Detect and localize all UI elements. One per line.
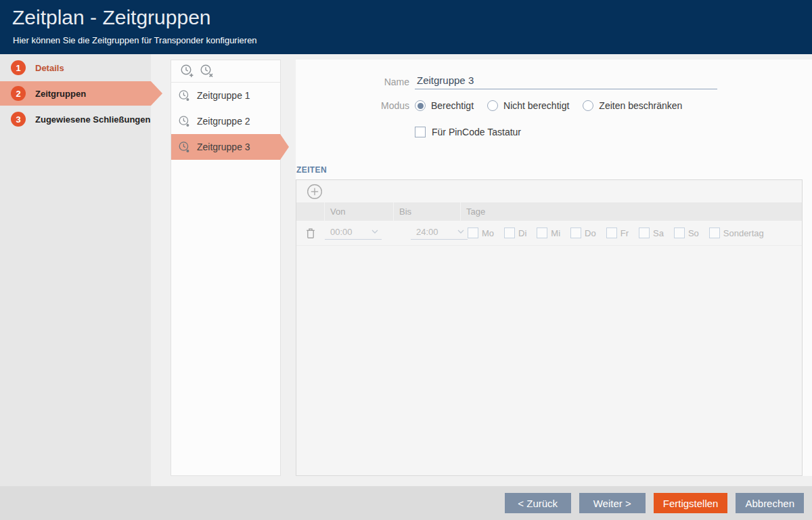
day-label: Do [585,228,596,238]
checkbox[interactable] [504,228,515,238]
von-time-dropdown[interactable]: 00:00 [325,227,382,240]
day-label: Mo [482,228,494,238]
list-item-zeitgruppe-1[interactable]: Zeitgruppe 1 [171,83,280,108]
radio-berechtigt[interactable]: Berechtigt [415,100,474,111]
time-group-icon [178,115,191,128]
radio-zeiten-beschraenken[interactable]: Zeiten beschränken [583,100,682,111]
checkbox[interactable] [570,228,581,238]
step-number-badge: 3 [11,112,26,127]
wizard-step-sidebar: 1 Details 2 Zeitgruppen 3 Zugewiesene Sc… [0,54,151,486]
back-button[interactable]: < Zurück [505,493,571,513]
column-header-tage: Tage [460,202,802,221]
day-checkbox-di[interactable]: Di [504,228,526,238]
finish-button[interactable]: Fertigstellen [654,493,728,513]
pincode-checkbox[interactable] [415,127,426,137]
von-time-value: 00:00 [330,227,353,237]
step-label: Zeitgruppen [35,89,86,99]
bis-time-dropdown[interactable]: 24:00 [411,227,468,240]
page-title: Zeitplan - Zeitgruppen [12,6,211,29]
step-number-badge: 1 [11,60,26,75]
radio-circle [415,100,426,111]
zeiten-table: Von Bis Tage 00:00 [296,179,803,476]
checkbox[interactable] [537,228,547,238]
zeiten-toolbar [296,180,802,202]
day-label: Mi [551,228,560,238]
step-label: Details [35,63,64,73]
column-header-bis: Bis [393,202,460,221]
add-time-row-icon[interactable] [307,183,323,200]
time-group-toolbar [171,60,280,83]
checkbox[interactable] [606,228,617,238]
checkbox[interactable] [468,228,478,238]
day-checkbox-sondertag[interactable]: Sondertag [709,228,764,238]
cancel-button[interactable]: Abbrechen [736,493,804,513]
time-group-icon [178,141,191,154]
page-subtitle: Hier können Sie die Zeitgruppen für Tran… [13,35,257,45]
day-label: Sondertag [723,228,764,238]
day-label: Di [518,228,526,238]
checkbox[interactable] [674,228,685,238]
radio-circle [487,100,498,111]
day-checkbox-fr[interactable]: Fr [606,228,629,238]
zeiten-section-label: ZEITEN [296,165,327,175]
add-time-group-icon[interactable] [180,64,195,79]
radio-circle [583,100,593,111]
list-item-zeitgruppe-3[interactable]: Zeitgruppe 3 [171,134,280,160]
checkbox[interactable] [639,228,650,238]
zeiten-data-row: 00:00 24:00 Mo [296,221,802,246]
list-item-label: Zeitgruppe 1 [197,90,250,101]
name-input[interactable] [415,74,717,89]
list-item-label: Zeitgruppe 3 [197,142,250,152]
zeiten-header-row: Von Bis Tage [296,202,802,221]
day-checkbox-so[interactable]: So [674,228,699,238]
bis-time-value: 24:00 [416,227,438,237]
radio-nicht-berechtigt[interactable]: Nicht berechtigt [487,100,569,111]
time-group-icon [178,89,191,102]
day-checkbox-do[interactable]: Do [570,228,596,238]
wizard-step-zeitgruppen[interactable]: 2 Zeitgruppen [0,81,151,106]
list-item-zeitgruppe-2[interactable]: Zeitgruppe 2 [171,108,280,134]
day-checkbox-group: Mo Di Mi Do Fr [460,228,802,238]
time-group-list-panel: Zeitgruppe 1 Zeitgruppe 2 Zeitgruppe 3 [171,60,281,476]
wizard-step-zugewiesene-schliessungen[interactable]: 3 Zugewiesene Schließungen [0,110,151,129]
modus-field-label: Modus [296,100,409,111]
footer-button-bar: < Zurück Weiter > Fertigstellen Abbreche… [505,493,804,513]
chevron-down-icon [371,230,378,234]
name-field-label: Name [296,77,409,87]
day-label: Sa [653,228,664,238]
column-header-von: Von [324,202,393,221]
pincode-checkbox-label: Für PinCode Tastatur [432,127,521,137]
day-checkbox-mo[interactable]: Mo [468,228,494,238]
step-label: Zugewiesene Schließungen [35,114,150,125]
wizard-header: Zeitplan - Zeitgruppen Hier können Sie d… [0,0,812,54]
radio-label: Nicht berechtigt [503,100,569,111]
step-number-badge: 2 [11,86,26,101]
checkbox[interactable] [709,228,720,238]
day-checkbox-sa[interactable]: Sa [639,228,664,238]
delete-time-group-icon[interactable] [200,64,215,79]
wizard-step-details[interactable]: 1 Details [0,58,151,77]
delete-row-icon[interactable] [306,228,315,239]
radio-label: Berechtigt [431,100,474,111]
wizard-footer: < Zurück Weiter > Fertigstellen Abbreche… [0,486,812,520]
radio-label: Zeiten beschränken [599,100,682,111]
day-checkbox-mi[interactable]: Mi [537,228,560,238]
modus-radio-group: Berechtigt Nicht berechtigt Zeiten besch… [415,100,682,111]
list-item-label: Zeitgruppe 2 [197,116,250,127]
pincode-checkbox-row[interactable]: Für PinCode Tastatur [415,127,521,137]
day-label: So [688,228,699,238]
next-button[interactable]: Weiter > [579,493,646,513]
time-group-detail-form: Name Modus Berechtigt Nicht berechtigt Z… [296,60,812,476]
day-label: Fr [621,228,629,238]
